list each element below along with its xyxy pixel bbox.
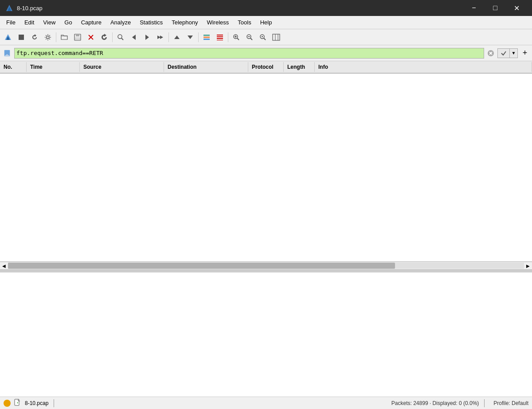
menu-help[interactable]: Help — [256, 17, 277, 28]
jump-button[interactable] — [154, 31, 167, 43]
svg-marker-14 — [145, 35, 149, 40]
zoom-out-icon — [246, 34, 253, 41]
zoom-reset-button[interactable] — [257, 31, 269, 43]
zoom-reset-icon — [259, 34, 266, 41]
svg-rect-22 — [217, 35, 223, 35]
zoom-in-icon — [233, 34, 240, 41]
colorize-button[interactable] — [200, 31, 213, 43]
horizontal-scrollbar[interactable]: ◀ ▶ — [0, 262, 532, 270]
add-filter-icon: + — [523, 48, 528, 58]
restart-icon — [31, 34, 38, 41]
filter-bookmark-button[interactable] — [2, 48, 12, 59]
autoscroll-button[interactable] — [214, 31, 226, 43]
menu-edit[interactable]: Edit — [20, 17, 39, 28]
hscroll-thumb[interactable] — [8, 263, 395, 269]
filter-dropdown-button[interactable]: ▼ — [510, 48, 518, 58]
filename-label: 8-10.pcap — [25, 400, 48, 406]
svg-point-11 — [118, 35, 122, 39]
minimize-button[interactable]: − — [464, 0, 484, 16]
zoom-out-button[interactable] — [243, 31, 256, 43]
menu-go[interactable]: Go — [60, 17, 76, 28]
column-header-length: Length — [284, 62, 315, 72]
menu-wireless[interactable]: Wireless — [202, 17, 233, 28]
scroll-up-button[interactable] — [171, 31, 183, 43]
stop-button[interactable] — [15, 31, 27, 43]
packet-body — [0, 74, 532, 261]
menu-view[interactable]: View — [39, 17, 60, 28]
displayed-count: Displayed: 0 (0.0%) — [433, 400, 479, 406]
svg-rect-23 — [217, 36, 223, 37]
menu-file[interactable]: File — [2, 17, 20, 28]
toolbar-separator-2 — [112, 32, 113, 42]
column-header-destination: Destination — [164, 62, 248, 72]
packets-info: Packets: 24899 · Displayed: 0 (0.0%) — [59, 400, 479, 406]
arrow-down-icon — [187, 34, 194, 41]
dropdown-arrow-icon: ▼ — [512, 51, 516, 55]
close-button[interactable]: ✕ — [506, 0, 527, 16]
maximize-button[interactable]: □ — [485, 0, 505, 16]
menu-analyze[interactable]: Analyze — [106, 17, 135, 28]
next-packet-button[interactable] — [141, 31, 153, 43]
close-file-button[interactable] — [85, 31, 97, 43]
arrow-left-icon — [130, 34, 137, 41]
scroll-right-button[interactable]: ▶ — [524, 262, 532, 270]
wireshark-icon — [5, 4, 13, 12]
apply-icon — [501, 50, 507, 56]
filter-input[interactable] — [14, 48, 484, 59]
column-header-protocol: Protocol — [248, 62, 284, 72]
detail-pane — [0, 272, 532, 397]
reload-button[interactable] — [98, 31, 110, 43]
menu-telephony[interactable]: Telephony — [167, 17, 202, 28]
filter-clear-button[interactable] — [486, 48, 496, 58]
folder-open-icon — [61, 34, 68, 41]
svg-point-35 — [262, 36, 263, 37]
save-icon — [74, 34, 81, 41]
restart-button[interactable] — [28, 31, 41, 43]
find-button[interactable] — [114, 31, 127, 43]
file-icon — [14, 399, 21, 407]
filter-bar: ▼ + — [0, 45, 532, 61]
svg-marker-18 — [188, 35, 193, 39]
search-icon — [117, 34, 124, 41]
options-button[interactable] — [42, 31, 54, 43]
svg-point-5 — [47, 36, 49, 39]
menu-capture[interactable]: Capture — [77, 17, 106, 28]
status-middle-sep: · — [430, 400, 433, 406]
scroll-down-button[interactable] — [184, 31, 196, 43]
svg-marker-16 — [160, 35, 163, 39]
menu-statistics[interactable]: Statistics — [135, 17, 167, 28]
status-separator-1 — [54, 399, 54, 407]
svg-rect-8 — [75, 38, 80, 40]
jump-icon — [156, 34, 164, 41]
filter-apply-button[interactable] — [497, 48, 510, 58]
column-header-time: Time — [27, 62, 80, 72]
column-header-source: Source — [80, 62, 164, 72]
svg-rect-21 — [203, 39, 210, 40]
menu-bar: File Edit View Go Capture Analyze Statis… — [0, 16, 532, 29]
zoom-in-button[interactable] — [230, 31, 243, 43]
autoscroll-icon — [216, 34, 223, 41]
stop-icon — [18, 34, 24, 40]
shark-fin-button[interactable] — [2, 31, 14, 43]
prev-packet-button[interactable] — [128, 31, 140, 43]
filter-add-button[interactable]: + — [520, 48, 530, 59]
svg-line-27 — [237, 38, 239, 40]
packet-list-header: No. Time Source Destination Protocol Len… — [0, 61, 532, 74]
pencil-file-icon — [14, 399, 21, 406]
window-controls[interactable]: − □ ✕ — [464, 0, 527, 16]
menu-tools[interactable]: Tools — [233, 17, 255, 28]
status-bar: 8-10.pcap Packets: 24899 · Displayed: 0 … — [0, 397, 532, 409]
save-button[interactable] — [71, 31, 84, 43]
colorize-icon — [203, 34, 210, 41]
packets-count: Packets: 24899 — [391, 400, 428, 406]
column-header-info: Info — [315, 62, 532, 72]
close-file-icon — [87, 34, 94, 41]
bookmark-icon — [4, 50, 11, 57]
resize-columns-button[interactable] — [270, 31, 282, 43]
svg-line-12 — [121, 38, 123, 40]
scroll-left-button[interactable]: ◀ — [0, 262, 8, 270]
open-button[interactable] — [58, 31, 70, 43]
svg-rect-36 — [273, 34, 280, 40]
svg-rect-7 — [76, 34, 79, 36]
hscroll-track[interactable] — [8, 263, 524, 269]
